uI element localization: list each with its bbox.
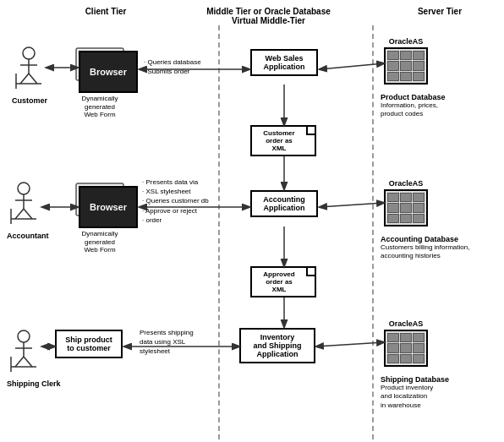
customer-order-xml: Customerorder asXML — [250, 125, 316, 156]
accountant-label: Accountant — [7, 232, 49, 240]
web-form-2-label: DynamicallygeneratedWeb Form — [74, 230, 125, 254]
accountant-figure: Accountant — [7, 182, 49, 240]
approved-order-xml: Approvedorder asXML — [250, 266, 316, 297]
shipping-clerk-label: Shipping Clerk — [7, 379, 61, 388]
oracle-as-3: OracleAS — [384, 318, 428, 368]
svg-point-26 — [18, 330, 30, 342]
customer-label: Customer — [12, 96, 47, 105]
accounting-db-label: Accounting Database Customers billing in… — [381, 235, 469, 261]
svg-line-16 — [15, 209, 24, 219]
architecture-diagram: Client Tier Middle Tier or Oracle Databa… — [0, 0, 504, 442]
ship-product-box: Ship productto customer — [55, 330, 123, 358]
shipping-clerk-figure: Shipping Clerk — [7, 330, 61, 388]
tier-separator-1 — [218, 25, 220, 439]
svg-line-4 — [29, 74, 37, 84]
browser-1: Browser — [79, 51, 138, 93]
svg-line-3 — [20, 74, 29, 84]
oracle-as-2: OracleAS — [384, 177, 428, 228]
bullets-row1: Queries database Submits order — [144, 57, 201, 76]
client-tier-header: Client Tier — [51, 7, 161, 16]
web-form-1-label: DynamicallygeneratedWeb Form — [74, 95, 125, 119]
bullets-row3: Presents shippingdata using XSLstyleshee… — [140, 328, 224, 357]
inventory-shipping-app-box: Inventoryand ShippingApplication — [239, 328, 315, 363]
svg-line-46 — [316, 342, 384, 347]
bullets-row2: Presents data via XSL stylesheet Queries… — [142, 177, 209, 225]
svg-line-41 — [320, 203, 384, 207]
svg-line-17 — [24, 209, 32, 219]
svg-line-30 — [24, 357, 32, 367]
shipping-db-label: Shipping Database Product inventoryand l… — [381, 375, 449, 410]
oracle-as-1: OracleAS — [384, 35, 428, 86]
tier-separator-2 — [372, 25, 374, 439]
product-db-label: Product Database Information, prices,pro… — [381, 93, 446, 119]
middle-tier-header: Middle Tier or Oracle DatabaseVirtual Mi… — [194, 7, 342, 25]
customer-figure: Customer — [12, 46, 47, 105]
svg-point-13 — [18, 183, 30, 194]
svg-line-37 — [320, 63, 384, 69]
server-tier-header: Server Tier — [385, 7, 495, 16]
svg-line-29 — [15, 357, 24, 367]
svg-point-0 — [23, 47, 35, 59]
web-sales-app-box: Web SalesApplication — [250, 49, 318, 76]
browser-2: Browser — [79, 186, 138, 228]
accounting-app-box: AccountingApplication — [250, 190, 318, 217]
